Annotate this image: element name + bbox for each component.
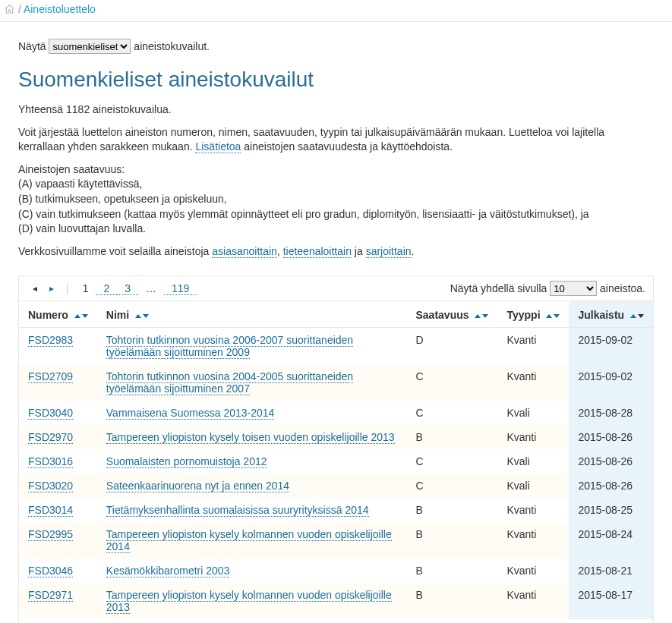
- availability-value: B: [407, 583, 498, 619]
- published-date: 2015-08-25: [569, 498, 653, 522]
- type-value: Kvanti: [497, 558, 569, 583]
- pager-next[interactable]: ▸: [43, 283, 60, 294]
- availability-value: C: [407, 401, 498, 425]
- browse-by-discipline[interactable]: tieteenaloittain: [283, 245, 352, 258]
- sort-desc-icon[interactable]: [482, 314, 488, 318]
- col-header-type: Tyyppi: [497, 301, 569, 328]
- availability-value: B: [407, 425, 498, 449]
- dataset-name-link[interactable]: Vammaisena Suomessa 2013-2014: [106, 407, 275, 420]
- col-header-published: Julkaistu: [569, 301, 653, 328]
- dataset-id-link[interactable]: FSD3014: [28, 504, 73, 517]
- dataset-name-link[interactable]: Tietämyksenhallinta suomalaisissa suuryr…: [106, 504, 369, 517]
- type-value: Kvali: [497, 401, 569, 425]
- availability-value: C: [407, 364, 498, 401]
- dataset-name-link[interactable]: Kesämökkibarometri 2003: [106, 565, 230, 577]
- type-value: Kvanti: [497, 425, 569, 449]
- availability-value: B: [407, 498, 498, 522]
- dataset-id-link[interactable]: FSD3046: [28, 565, 73, 577]
- dataset-id-link[interactable]: FSD3040: [28, 407, 73, 420]
- page-title: Suomenkieliset aineistokuvailut: [18, 68, 654, 92]
- sort-desc-icon[interactable]: [638, 314, 644, 318]
- dataset-name-link[interactable]: Tampereen yliopiston kysely kolmannen vu…: [106, 528, 392, 553]
- availability-legend: Aineistojen saatavuus: (A) vapaasti käyt…: [18, 162, 654, 237]
- published-date: 2015-08-26: [569, 425, 653, 449]
- table-row: FSD3020Sateenkaarinuorena nyt ja ennen 2…: [19, 474, 653, 498]
- pager-top: ◂ ▸ | 1 2 3 … 119 Näytä yhdellä sivulla …: [19, 276, 653, 300]
- sort-asc-icon[interactable]: [475, 314, 481, 318]
- published-date: 2015-08-28: [569, 401, 653, 425]
- published-date: 2015-08-21: [569, 558, 653, 583]
- breadcrumb-separator: /: [18, 3, 21, 15]
- pager-bottom: ◂ ▸ | 1 2 3 … 119: [19, 619, 653, 623]
- browse-by-series[interactable]: sarjoittain: [366, 245, 412, 258]
- more-info-link[interactable]: Lisätietoa: [195, 140, 241, 153]
- sort-asc-icon[interactable]: [630, 314, 636, 318]
- dataset-id-link[interactable]: FSD2970: [28, 431, 73, 444]
- breadcrumb-link[interactable]: Aineistoluettelo: [24, 3, 96, 15]
- browse-by-keyword[interactable]: asiasanoittain: [212, 245, 277, 258]
- dataset-name-link[interactable]: Tohtorin tutkinnon vuosina 2006-2007 suo…: [106, 334, 353, 359]
- published-date: 2015-08-17: [569, 583, 653, 619]
- published-date: 2015-08-26: [569, 449, 653, 474]
- language-select[interactable]: suomenkieliset: [49, 39, 131, 54]
- total-count: Yhteensä 1182 aineistokuvailua.: [18, 102, 654, 118]
- availability-value: B: [407, 522, 498, 558]
- per-page-control: Näytä yhdellä sivulla 10 aineistoa.: [450, 281, 645, 296]
- table-row: FSD2970Tampereen yliopiston kysely toise…: [19, 425, 653, 449]
- published-date: 2015-09-02: [569, 328, 653, 365]
- type-value: Kvanti: [497, 498, 569, 522]
- dataset-name-link[interactable]: Tohtorin tutkinnon vuosina 2004-2005 suo…: [106, 370, 353, 395]
- published-date: 2015-09-02: [569, 364, 653, 401]
- table-row: FSD3046Kesämökkibarometri 2003BKvanti201…: [19, 558, 653, 583]
- intro-paragraph: Voit järjestää luettelon aineiston numer…: [18, 125, 654, 155]
- col-header-number: Numero: [19, 301, 97, 328]
- pager-page-link[interactable]: 3: [117, 282, 138, 295]
- pager-prev[interactable]: ◂: [27, 283, 43, 294]
- published-date: 2015-08-26: [569, 474, 653, 498]
- type-value: Kvali: [497, 474, 569, 498]
- sort-desc-icon[interactable]: [554, 314, 560, 318]
- sort-asc-icon[interactable]: [546, 314, 552, 318]
- home-icon[interactable]: [4, 3, 18, 15]
- data-table: Numero Nimi Saatavuu: [19, 300, 653, 619]
- table-row: FSD3014Tietämyksenhallinta suomalaisissa…: [19, 498, 653, 522]
- col-header-availability: Saatavuus: [407, 301, 498, 328]
- pager-separator: |: [60, 282, 75, 294]
- dataset-id-link[interactable]: FSD2971: [28, 589, 73, 602]
- sort-asc-icon[interactable]: [74, 314, 80, 318]
- language-filter: Näytä suomenkieliset aineistokuvailut.: [18, 39, 654, 54]
- type-value: Kvanti: [497, 364, 569, 401]
- table-row: FSD2971Tampereen yliopiston kysely kolma…: [19, 583, 653, 619]
- pager-page-current: 1: [75, 282, 96, 294]
- sort-asc-icon[interactable]: [135, 314, 141, 318]
- type-value: Kvanti: [497, 328, 569, 365]
- table-row: FSD2995Tampereen yliopiston kysely kolma…: [19, 522, 653, 558]
- table-row: FSD3016Suomalaisten pornomuistoja 2012CK…: [19, 449, 653, 474]
- sort-desc-icon[interactable]: [82, 314, 88, 318]
- dataset-name-link[interactable]: Tampereen yliopiston kysely toisen vuode…: [106, 431, 395, 444]
- browse-paragraph: Verkkosivuillamme voit selailla aineisto…: [18, 244, 654, 260]
- dataset-id-link[interactable]: FSD2983: [28, 334, 73, 347]
- dataset-name-link[interactable]: Tampereen yliopiston kysely kolmannen vu…: [106, 589, 392, 614]
- dataset-name-link[interactable]: Suomalaisten pornomuistoja 2012: [106, 455, 267, 468]
- type-value: Kvali: [497, 449, 569, 474]
- type-value: Kvanti: [497, 583, 569, 619]
- sort-desc-icon[interactable]: [143, 314, 149, 318]
- pager-page-last[interactable]: 119: [164, 282, 197, 295]
- published-date: 2015-08-24: [569, 522, 653, 558]
- dataset-id-link[interactable]: FSD2995: [28, 528, 73, 541]
- dataset-id-link[interactable]: FSD3020: [28, 480, 73, 492]
- data-table-container: ◂ ▸ | 1 2 3 … 119 Näytä yhdellä sivulla …: [18, 275, 654, 623]
- pager-page-link[interactable]: 2: [96, 282, 117, 295]
- pager-ellipsis: …: [138, 282, 164, 294]
- availability-value: C: [407, 449, 498, 474]
- dataset-id-link[interactable]: FSD2709: [28, 370, 73, 383]
- per-page-select[interactable]: 10: [550, 281, 597, 296]
- table-row: FSD2709Tohtorin tutkinnon vuosina 2004-2…: [19, 364, 653, 401]
- col-header-name: Nimi: [97, 301, 407, 328]
- filter-suffix: aineistokuvailut.: [134, 40, 210, 52]
- table-row: FSD3040Vammaisena Suomessa 2013-2014CKva…: [19, 401, 653, 425]
- availability-value: C: [407, 474, 498, 498]
- dataset-id-link[interactable]: FSD3016: [28, 455, 73, 468]
- dataset-name-link[interactable]: Sateenkaarinuorena nyt ja ennen 2014: [106, 480, 289, 492]
